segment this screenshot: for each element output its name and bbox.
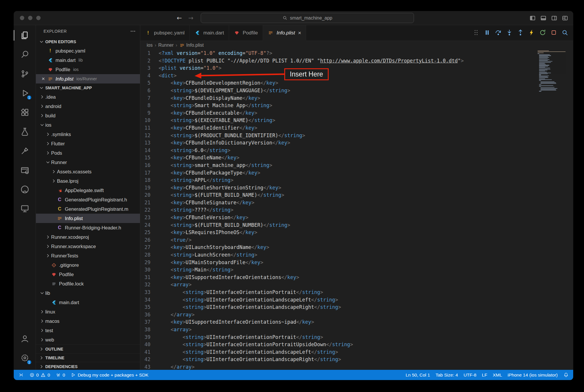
pane-outline[interactable]: OUTLINE <box>36 344 140 353</box>
code-line[interactable]: 27 <key>UILaunchStoryboardName</key> <box>140 244 573 251</box>
tree-item-test[interactable]: test <box>36 326 140 335</box>
breadcrumb-ios[interactable]: ios <box>147 43 153 48</box>
open-editor-info-plist[interactable]: ×Info.plistios/Runner <box>36 74 140 83</box>
hot-reload-button[interactable] <box>527 28 536 37</box>
breadcrumb-runner[interactable]: Runner <box>158 43 174 48</box>
status-cursor-position[interactable]: Ln 50, Col 1 <box>405 372 430 378</box>
code-line[interactable]: 1<?xml version="1.0" encoding="UTF-8"?> <box>140 50 573 57</box>
code-line[interactable]: 26 <true/> <box>140 236 573 244</box>
activity-explorer-button[interactable] <box>14 26 36 45</box>
more-actions-icon[interactable] <box>130 28 136 34</box>
code-line[interactable]: 38 <array> <box>140 326 573 334</box>
activity-search-button[interactable] <box>14 45 36 64</box>
code-line[interactable]: 5 <key>CFBundleDevelopmentRegion</key> <box>140 79 573 87</box>
tree-item-symlinks[interactable]: .symlinks <box>36 130 140 139</box>
code-line[interactable]: 19 <key>CFBundleShortVersionString</key> <box>140 184 573 192</box>
pause-button[interactable] <box>482 28 492 37</box>
tab-pubspec-yaml[interactable]: !pubspec.yaml <box>140 25 190 41</box>
code-line[interactable]: 20 <string>$(FLUTTER_BUILD_NAME)</string… <box>140 191 573 199</box>
tree-item-linux[interactable]: linux <box>36 307 140 316</box>
pane-dependencies[interactable]: DEPENDENCIES <box>36 362 140 370</box>
code-line[interactable]: 10 <string>$(EXECUTABLE_NAME)</string> <box>140 117 573 124</box>
tab-podfile[interactable]: Podfile <box>229 25 263 41</box>
project-header[interactable]: SMART_MACHINE_APP <box>36 83 140 92</box>
code-line[interactable]: 7 <key>CFBundleDisplayName</key> <box>140 95 573 102</box>
code-editor[interactable]: 1<?xml version="1.0" encoding="UTF-8"?>2… <box>140 50 573 370</box>
tree-item-generatedpluginregistrant-h[interactable]: CGeneratedPluginRegistrant.h <box>36 195 140 204</box>
code-line[interactable]: 4<dict> <box>140 72 573 80</box>
close-editor-icon[interactable]: × <box>39 76 47 82</box>
status-encoding[interactable]: UTF-8 <box>464 372 476 378</box>
step-into-button[interactable] <box>505 28 514 37</box>
code-line[interactable]: 2<!DOCTYPE plist PUBLIC "-//Apple//DTD P… <box>140 57 573 65</box>
code-line[interactable]: 30 <string>Main</string> <box>140 266 573 274</box>
open-editors-header[interactable]: OPEN EDITORS <box>36 37 140 46</box>
toggle-panel-icon[interactable] <box>540 15 546 21</box>
code-line[interactable]: 12 <string>$(PRODUCT_BUNDLE_IDENTIFIER)<… <box>140 132 573 140</box>
code-line[interactable]: 29 <key>UIMainStoryboardFile</key> <box>140 259 573 266</box>
status-debug-launch[interactable]: Debug my code + packages + SDK <box>71 372 148 378</box>
code-line[interactable]: 21 <key>CFBundleSignature</key> <box>140 199 573 207</box>
drag-handle-button[interactable] <box>471 28 481 37</box>
tree-item-runner-xcodeproj[interactable]: Runner.xcodeproj <box>36 232 140 242</box>
minimize-window-button[interactable] <box>28 16 32 20</box>
tree-item-runner-bridging-header-h[interactable]: CRunner-Bridging-Header.h <box>36 223 140 232</box>
code-line[interactable]: 6 <string>$(DEVELOPMENT_LANGUAGE)</strin… <box>140 87 573 95</box>
tree-item-ios[interactable]: ios <box>36 120 140 130</box>
code-line[interactable]: 3<plist version="1.0"> <box>140 65 573 72</box>
close-window-button[interactable] <box>20 16 24 20</box>
activity-settings-button[interactable]: 1 <box>14 348 36 367</box>
tree-item-podfile[interactable]: Podfile <box>36 270 140 279</box>
tree-item-android[interactable]: android <box>36 102 140 111</box>
toggle-secondary-sidebar-icon[interactable] <box>551 15 557 21</box>
status-device[interactable]: iPhone 14 (ios simulator) <box>508 372 558 378</box>
status-problems[interactable]: 00 <box>29 372 50 378</box>
code-line[interactable]: 8 <string>Smart Machine App</string> <box>140 102 573 109</box>
tree-item-lib[interactable]: lib <box>36 288 140 298</box>
activity-source-control-button[interactable] <box>14 64 36 83</box>
status-notifications[interactable] <box>563 372 569 378</box>
code-line[interactable]: 14 <string>6.0</string> <box>140 147 573 154</box>
code-line[interactable]: 22 <string>????</string> <box>140 206 573 214</box>
code-line[interactable]: 16 <string>smart_machine_app</string> <box>140 162 573 169</box>
code-line[interactable]: 36 </array> <box>140 311 573 319</box>
close-tab-icon[interactable]: × <box>298 30 301 36</box>
code-line[interactable]: 13 <key>CFBundleInfoDictionaryVersion</k… <box>140 139 573 147</box>
activity-extensions-button[interactable] <box>14 103 36 122</box>
activity-remote-explorer-button[interactable] <box>14 199 36 218</box>
tree-item-info-plist[interactable]: Info.plist <box>36 214 140 223</box>
zoom-window-button[interactable] <box>36 16 41 20</box>
step-out-button[interactable] <box>516 28 525 37</box>
code-line[interactable]: 42 <string>UIInterfaceOrientationLandsca… <box>140 356 573 363</box>
code-line[interactable]: 9 <key>CFBundleExecutable</key> <box>140 109 573 117</box>
code-line[interactable]: 18 <string>APPL</string> <box>140 177 573 184</box>
tab-info-plist[interactable]: Info.plist× <box>263 25 306 41</box>
code-line[interactable]: 24 <string>$(FLUTTER_BUILD_NUMBER)</stri… <box>140 222 573 229</box>
tree-item-podfile-lock[interactable]: Podfile.lock <box>36 279 140 288</box>
restart-button[interactable] <box>538 28 547 37</box>
code-line[interactable]: 37 <key>UISupportedInterfaceOrientations… <box>140 318 573 326</box>
status-ports[interactable]: 0 <box>56 372 65 378</box>
tree-item-appdelegate-swift[interactable]: AppDelegate.swift <box>36 186 140 195</box>
status-language-mode[interactable]: XML <box>493 372 502 378</box>
tree-item-assets-xcassets[interactable]: Assets.xcassets <box>36 167 140 176</box>
tree-item-macos[interactable]: macos <box>36 316 140 326</box>
tree-item-main-dart[interactable]: main.dart <box>36 298 140 307</box>
tree-item-idea[interactable]: .idea <box>36 92 140 102</box>
code-line[interactable]: 11 <key>CFBundleIdentifier</key> <box>140 124 573 132</box>
status-remote-host[interactable] <box>18 372 24 378</box>
tree-item-pods[interactable]: Pods <box>36 148 140 158</box>
activity-account-button[interactable] <box>14 329 36 348</box>
code-line[interactable]: 15 <key>CFBundleName</key> <box>140 154 573 162</box>
activity-testing-button[interactable] <box>14 122 36 141</box>
code-line[interactable]: 31 <key>UISupportedInterfaceOrientations… <box>140 274 573 281</box>
open-editor-podfile[interactable]: Podfileios <box>36 65 140 74</box>
code-line[interactable]: 32 <array> <box>140 281 573 289</box>
tree-item-runner[interactable]: Runner <box>36 158 140 167</box>
step-over-button[interactable] <box>493 28 503 37</box>
code-line[interactable]: 40 <string>UIInterfaceOrientationPortrai… <box>140 341 573 349</box>
code-line[interactable]: 34 <string>UIInterfaceOrientationLandsca… <box>140 296 573 304</box>
pane-timeline[interactable]: TIMELINE <box>36 353 140 362</box>
minimap[interactable] <box>538 50 568 92</box>
code-line[interactable]: 25 <key>LSRequiresIPhoneOS</key> <box>140 229 573 236</box>
